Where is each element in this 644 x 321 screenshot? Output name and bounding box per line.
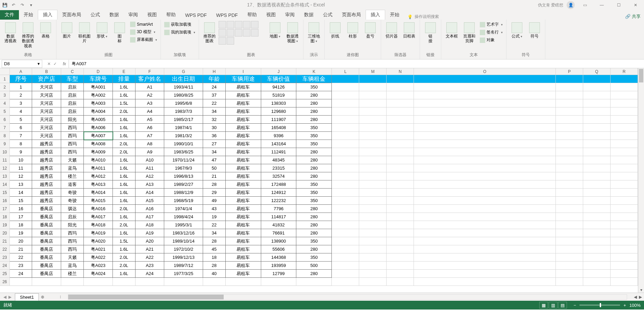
cell[interactable] [611, 172, 638, 180]
ribbon-btn[interactable]: 推荐的图表 [201, 21, 218, 45]
cell[interactable]: 280 [296, 116, 332, 124]
cell[interactable]: 易租车 [226, 213, 261, 221]
cell[interactable] [414, 91, 555, 99]
cell[interactable] [387, 83, 414, 91]
cell[interactable]: 1.6L [113, 189, 135, 197]
cell[interactable]: 天河店 [32, 83, 61, 91]
cell[interactable] [332, 180, 359, 189]
cell[interactable]: 143164 [261, 140, 297, 148]
cell[interactable] [611, 164, 638, 172]
cell[interactable]: 2.0L [113, 221, 135, 229]
cell[interactable]: 280 [296, 172, 332, 180]
cell[interactable] [583, 148, 611, 156]
cell[interactable] [414, 156, 555, 164]
cell[interactable]: 排量 [113, 75, 135, 83]
cell[interactable] [332, 124, 359, 132]
cell[interactable] [556, 245, 583, 253]
cell[interactable]: A19 [135, 229, 165, 237]
cell[interactable] [414, 172, 555, 180]
qat-customize-icon[interactable]: ▾ [28, 2, 34, 8]
tab-公式[interactable]: 公式 [318, 10, 337, 20]
cell[interactable]: 10 [10, 156, 32, 164]
cell[interactable]: 2.0L [113, 148, 135, 156]
cell[interactable] [556, 156, 583, 164]
row-header[interactable]: 14 [0, 180, 10, 189]
cell[interactable] [359, 229, 387, 237]
cell[interactable] [359, 124, 387, 132]
chart-type-icon[interactable] [251, 21, 258, 28]
ribbon-btn[interactable]: 地图 [267, 21, 283, 40]
cell[interactable]: A16 [135, 205, 165, 213]
cell[interactable]: 138303 [261, 99, 297, 107]
cell[interactable] [387, 278, 414, 286]
cell[interactable] [10, 278, 32, 286]
tab-6[interactable]: 视图 [143, 10, 162, 20]
cell[interactable]: 启辰 [61, 213, 84, 221]
cell[interactable]: 350 [296, 189, 332, 197]
cell[interactable] [583, 124, 611, 132]
tab-审阅[interactable]: 审阅 [280, 10, 299, 20]
cell[interactable]: 易租车 [226, 140, 261, 148]
cell[interactable] [556, 132, 583, 140]
cell[interactable]: 350 [296, 140, 332, 148]
cell[interactable]: 易租车 [226, 221, 261, 229]
formula-input[interactable] [69, 60, 644, 68]
cell[interactable]: 粤A010 [84, 156, 113, 164]
cell[interactable] [387, 91, 414, 99]
cell[interactable]: 1977/3/25 [164, 270, 203, 278]
cell[interactable]: 9396 [261, 132, 297, 140]
cell[interactable]: 41832 [261, 221, 297, 229]
tab-开始[interactable]: 开始 [385, 10, 404, 20]
cell[interactable] [611, 99, 638, 107]
cell[interactable]: 172488 [261, 180, 297, 189]
cell[interactable]: 43 [203, 205, 226, 213]
row-header[interactable]: 4 [0, 99, 10, 107]
ribbon-small-btn[interactable]: 对象 [478, 36, 504, 44]
cell[interactable] [556, 124, 583, 132]
cell[interactable]: 1987/4/1 [164, 124, 203, 132]
cell[interactable]: 51819 [261, 91, 297, 99]
cell[interactable] [61, 278, 84, 286]
cell[interactable]: 47 [203, 156, 226, 164]
cell[interactable] [556, 213, 583, 221]
cell[interactable]: 西玛 [61, 132, 84, 140]
cell[interactable]: A4 [135, 107, 165, 116]
row-header[interactable]: 3 [0, 91, 10, 99]
col-header[interactable]: E [113, 68, 135, 75]
cell[interactable] [359, 172, 387, 180]
cell[interactable] [414, 278, 555, 286]
cell[interactable]: 8 [10, 140, 32, 148]
cell[interactable]: 1.6L [113, 245, 135, 253]
cell[interactable] [611, 75, 638, 83]
cell[interactable] [387, 148, 414, 156]
cell[interactable] [414, 245, 555, 253]
ribbon-btn[interactable]: 三维地图 [305, 21, 322, 45]
cell[interactable]: 350 [296, 197, 332, 205]
name-box[interactable]: D8 ▾ [2, 60, 42, 68]
tell-me[interactable]: 💡 操作说明搜索 [404, 14, 442, 20]
cell[interactable]: 114817 [261, 213, 297, 221]
cell[interactable]: 易租车 [226, 205, 261, 213]
cell[interactable]: 粤A019 [84, 229, 113, 237]
col-header[interactable]: N [387, 68, 414, 75]
ribbon-small-btn[interactable]: 艺术字 [478, 21, 504, 28]
cell[interactable] [261, 278, 297, 286]
cell[interactable] [359, 270, 387, 278]
cell[interactable] [387, 75, 414, 83]
row-header[interactable]: 25 [0, 270, 10, 278]
cell[interactable]: 天河店 [32, 132, 61, 140]
cell[interactable]: 34 [203, 107, 226, 116]
cell[interactable]: 番禺店 [32, 253, 61, 262]
cell[interactable]: 易租车 [226, 83, 261, 91]
cell[interactable]: 22 [203, 221, 226, 229]
cell[interactable]: 番禺店 [32, 237, 61, 245]
cell[interactable]: 280 [296, 270, 332, 278]
ribbon-btn[interactable]: 柱形 [344, 21, 361, 40]
chart-type-icon[interactable] [227, 37, 234, 45]
cell[interactable]: 易租车 [226, 132, 261, 140]
cell[interactable]: 1980/8/25 [164, 91, 203, 99]
cell[interactable]: 粤A001 [84, 83, 113, 91]
cell[interactable] [359, 253, 387, 262]
cell[interactable]: 1 [10, 83, 32, 91]
cell[interactable]: 粤A012 [84, 172, 113, 180]
